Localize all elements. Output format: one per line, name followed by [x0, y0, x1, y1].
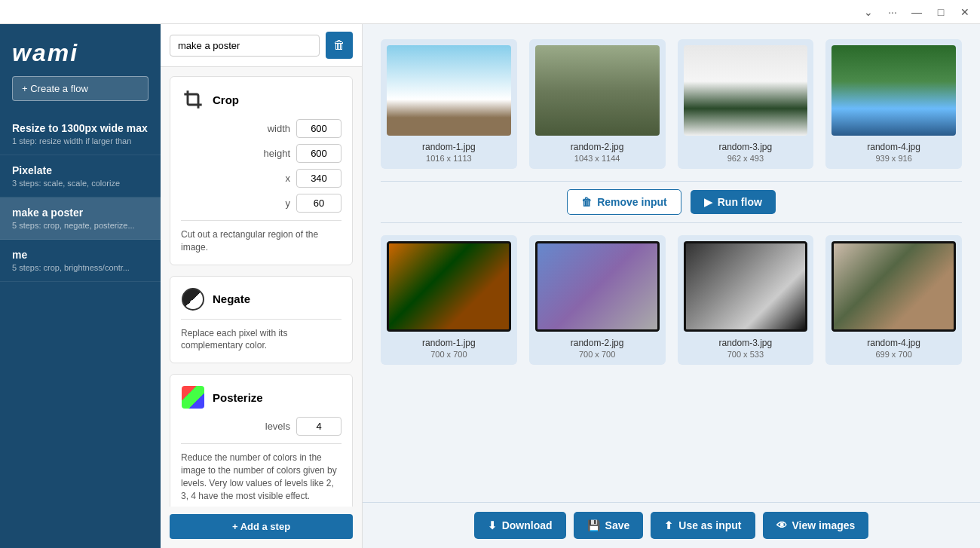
levels-field: levels: [181, 417, 341, 436]
output-image-4[interactable]: random-4.jpg 699 x 700: [825, 235, 962, 365]
sidebar-item-desc: 5 steps: crop, negate, posterize...: [12, 221, 149, 230]
posterize-step-title: Posterize: [213, 391, 263, 404]
height-field: height: [181, 144, 341, 163]
run-flow-button[interactable]: ▶ Run flow: [691, 190, 776, 214]
sidebar-item-make-poster[interactable]: make a poster 5 steps: crop, negate, pos…: [0, 197, 161, 240]
output-image-name-4: random-4.jpg: [867, 338, 920, 348]
sidebar-item-resize[interactable]: Resize to 1300px wide max 1 step: resize…: [0, 113, 161, 155]
input-image-name-3: random-3.jpg: [719, 142, 773, 152]
posterize-step-header: Posterize: [181, 385, 341, 409]
save-label: Save: [605, 519, 630, 531]
eye-icon: 👁: [776, 519, 787, 531]
input-image-4[interactable]: random-4.jpg 939 x 916: [825, 39, 962, 169]
delete-flow-button[interactable]: 🗑: [326, 32, 353, 59]
x-field: x: [181, 169, 341, 188]
negate-divider: [181, 319, 341, 320]
download-button[interactable]: ⬇ Download: [474, 512, 566, 539]
output-image-dims-3: 700 x 533: [727, 350, 764, 359]
flow-name-input[interactable]: [170, 35, 320, 57]
output-image-3[interactable]: random-3.jpg 700 x 533: [678, 235, 814, 365]
app-body: wami + Create a flow Resize to 1300px wi…: [0, 24, 980, 548]
negate-description: Replace each pixel with its complementar…: [181, 327, 341, 353]
main-content: random-1.jpg 1016 x 1113 random-2.jpg 10…: [363, 24, 980, 548]
input-image-3[interactable]: random-3.jpg 962 x 493: [678, 39, 814, 169]
maximize-btn[interactable]: □: [932, 3, 950, 21]
levels-input[interactable]: [296, 417, 341, 436]
download-icon: ⬇: [488, 519, 497, 531]
steps-container: Crop width height x: [161, 67, 362, 507]
sidebar-item-name: me: [12, 249, 149, 261]
height-input[interactable]: [296, 144, 341, 163]
negate-icon: [181, 287, 205, 311]
input-image-name-1: random-1.jpg: [422, 142, 476, 152]
output-thumb-2: [535, 241, 660, 332]
action-row: 🗑 Remove input ▶ Run flow: [381, 181, 962, 223]
output-image-2[interactable]: random-2.jpg 700 x 700: [529, 235, 666, 365]
view-images-button[interactable]: 👁 View images: [763, 512, 869, 539]
output-image-dims-4: 699 x 700: [875, 350, 911, 359]
crop-step-fields: width height x y: [181, 119, 341, 213]
posterize-divider: [181, 443, 341, 444]
chevron-down-btn[interactable]: ⌄: [859, 3, 877, 21]
height-label: height: [264, 148, 290, 159]
input-image-dims-4: 939 x 916: [875, 154, 911, 163]
output-image-dims-1: 700 x 700: [430, 350, 467, 359]
posterize-icon: [181, 385, 205, 409]
width-field: width: [181, 119, 341, 138]
input-image-name-4: random-4.jpg: [867, 142, 920, 152]
save-button[interactable]: 💾 Save: [574, 512, 644, 539]
crop-description: Cut out a rectangular region of the imag…: [181, 228, 341, 254]
input-image-dims-1: 1016 x 1113: [426, 154, 472, 163]
output-thumb-3: [684, 241, 808, 332]
sidebar-item-name: Pixelate: [12, 164, 149, 176]
middle-panel: 🗑 Crop width: [161, 24, 363, 548]
levels-label: levels: [265, 421, 290, 432]
output-image-name-2: random-2.jpg: [571, 338, 624, 348]
images-section: random-1.jpg 1016 x 1113 random-2.jpg 10…: [363, 24, 980, 502]
output-image-1[interactable]: random-1.jpg 700 x 700: [381, 235, 517, 365]
sidebar-item-me[interactable]: me 5 steps: crop, brightness/contr...: [0, 240, 161, 282]
minimize-btn[interactable]: —: [908, 3, 926, 21]
input-image-dims-3: 962 x 493: [727, 154, 764, 163]
x-input[interactable]: [296, 169, 341, 188]
play-icon: ▶: [704, 196, 712, 208]
posterize-step-card: Posterize levels Reduce the number of co…: [170, 374, 353, 507]
y-field: y: [181, 194, 341, 213]
title-bar: ⌄ ··· — □ ✕: [0, 0, 980, 24]
trash-icon: 🗑: [333, 38, 345, 52]
view-images-label: View images: [792, 519, 856, 531]
input-thumb-1: [387, 45, 511, 136]
remove-input-button[interactable]: 🗑 Remove input: [567, 189, 681, 215]
add-step-button[interactable]: + Add a step: [170, 514, 353, 539]
negate-step-header: Negate: [181, 287, 341, 311]
crop-icon: [181, 87, 205, 112]
posterize-step-fields: levels: [181, 417, 341, 436]
flow-header: 🗑: [161, 24, 362, 67]
download-label: Download: [502, 519, 553, 531]
width-label: width: [268, 123, 290, 134]
input-image-2[interactable]: random-2.jpg 1043 x 1144: [529, 39, 666, 169]
upload-icon: ⬆: [664, 519, 673, 531]
output-image-grid: random-1.jpg 700 x 700 random-2.jpg 700 …: [381, 235, 962, 365]
sidebar-item-name: make a poster: [12, 207, 149, 219]
app-logo: wami: [0, 24, 161, 76]
crop-step-header: Crop: [181, 87, 341, 112]
output-image-dims-2: 700 x 700: [579, 350, 615, 359]
input-image-1[interactable]: random-1.jpg 1016 x 1113: [381, 39, 517, 169]
negate-step-title: Negate: [213, 292, 250, 305]
output-image-name-3: random-3.jpg: [719, 338, 773, 348]
sidebar-item-pixelate[interactable]: Pixelate 3 steps: scale, scale, colorize: [0, 155, 161, 197]
input-thumb-4: [831, 45, 956, 136]
input-image-name-2: random-2.jpg: [571, 142, 624, 152]
input-image-dims-2: 1043 x 1144: [574, 154, 620, 163]
more-btn[interactable]: ···: [884, 3, 902, 21]
output-image-name-1: random-1.jpg: [422, 338, 476, 348]
width-input[interactable]: [296, 119, 341, 138]
close-btn[interactable]: ✕: [956, 3, 974, 21]
use-as-input-button[interactable]: ⬆ Use as input: [651, 512, 755, 539]
crop-divider: [181, 220, 341, 221]
posterize-description: Reduce the number of colors in the image…: [181, 452, 341, 502]
y-input[interactable]: [296, 194, 341, 213]
sidebar-item-desc: 1 step: resize width if larger than: [12, 136, 149, 145]
create-flow-button[interactable]: + Create a flow: [12, 76, 149, 101]
